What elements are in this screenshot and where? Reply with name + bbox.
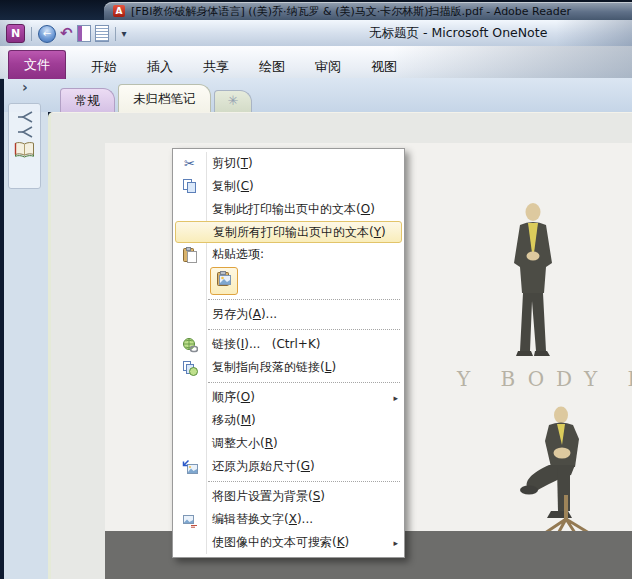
- navigation-sidebar: [4, 112, 48, 579]
- nav-arrow-icon[interactable]: [17, 111, 33, 123]
- menu-item-copy-text-from-all-printout-pages[interactable]: 复制所有打印输出页中的文本(Y): [175, 221, 402, 243]
- notebook-icon[interactable]: [13, 141, 36, 159]
- menu-item-label: 编辑替换文字(X)...: [206, 511, 313, 528]
- copy-link-icon: [173, 360, 206, 376]
- menu-item-label: 链接(I)... (Ctrl+K): [206, 336, 320, 353]
- menu-item-order[interactable]: 顺序(O)▸: [173, 386, 404, 409]
- menu-item-label: 还原为原始尺寸(G): [206, 458, 315, 475]
- menu-separator: [208, 481, 400, 482]
- adobe-reader-icon: A: [113, 5, 125, 17]
- dock-to-desktop-button[interactable]: [95, 25, 109, 42]
- menu-item-restore-original-size[interactable]: 还原为原始尺寸(G): [173, 455, 404, 478]
- ribbon-tab-home[interactable]: 开始: [76, 55, 132, 79]
- quick-access-toolbar: N ← ↶ ▾: [6, 24, 127, 43]
- menu-item-label: 另存为(A)...: [206, 306, 277, 323]
- menu-item-paste-options: 粘贴选项:: [173, 243, 404, 266]
- menu-item-copy-text-from-this-printout-page[interactable]: 复制此打印输出页中的文本(O): [173, 198, 404, 221]
- copy-icon: [173, 179, 206, 194]
- ribbon-tab-review[interactable]: 审阅: [300, 55, 356, 79]
- context-menu: ✂剪切(T)复制(C)复制此打印输出页中的文本(O)复制所有打印输出页中的文本(…: [172, 148, 405, 558]
- menu-separator: [208, 299, 400, 300]
- menu-item-move[interactable]: 移动(M): [173, 409, 404, 432]
- menu-item-set-picture-as-background[interactable]: 将图片设置为背景(S): [173, 485, 404, 508]
- full-page-view-button[interactable]: [77, 25, 91, 42]
- menu-item-label: 粘贴选项:: [206, 246, 264, 263]
- onenote-logo-icon[interactable]: N: [6, 24, 25, 43]
- section-tab-new-section[interactable]: ✳: [214, 90, 253, 112]
- ribbon-tab-bar: 文件 开始插入共享绘图审阅视图: [0, 46, 632, 79]
- ribbon-tab-draw[interactable]: 绘图: [244, 55, 300, 79]
- nav-arrow-icon[interactable]: [17, 126, 33, 138]
- menu-item-label: 复制指向段落的链接(L): [206, 359, 336, 376]
- link-icon: [173, 337, 206, 353]
- alt-text-icon: [173, 512, 206, 528]
- back-icon: ←: [43, 29, 51, 39]
- ribbon-tab-share[interactable]: 共享: [188, 55, 244, 79]
- qat-divider: [115, 27, 116, 41]
- scissors-icon: ✂: [173, 157, 206, 170]
- qat-divider: [31, 27, 32, 41]
- menu-item-paste-as-picture[interactable]: [210, 267, 238, 295]
- restore-size-icon: [173, 459, 206, 475]
- menu-item-copy-link-to-paragraph[interactable]: 复制指向段落的链接(L): [173, 356, 404, 379]
- menu-item-link[interactable]: 链接(I)... (Ctrl+K): [173, 333, 404, 356]
- menu-item-label: 使图像中的文本可搜索(K): [206, 534, 349, 551]
- menu-item-resize[interactable]: 调整大小(R): [173, 432, 404, 455]
- paste-icon: [173, 247, 206, 263]
- window-title: 无标题页 - Microsoft OneNote: [369, 25, 547, 42]
- submenu-arrow-icon: ▸: [393, 538, 398, 548]
- back-button[interactable]: ←: [38, 25, 56, 43]
- menu-item-label: 复制此打印输出页中的文本(O): [206, 201, 375, 218]
- onenote-titlebar: N ← ↶ ▾ 无标题页 - Microsoft OneNote: [0, 20, 632, 47]
- menu-separator: [208, 382, 400, 383]
- ribbon-tab-view[interactable]: 视图: [356, 55, 412, 79]
- background-window-titlebar: A [FBI教你破解身体语言] ((美)乔·纳瓦罗 & (美)马文·卡尔林斯)扫…: [0, 0, 632, 20]
- cover-caption: Y BODY IS: [457, 367, 632, 391]
- menu-item-label: 将图片设置为背景(S): [206, 488, 325, 505]
- menu-item-label: 剪切(T): [206, 155, 253, 172]
- notebook-panel: [8, 103, 41, 189]
- menu-item-cut[interactable]: ✂剪切(T): [173, 152, 404, 175]
- background-window-title: [FBI教你破解身体语言] ((美)乔·纳瓦罗 & (美)马文·卡尔林斯)扫描版…: [131, 4, 571, 19]
- paste-options-row: [173, 266, 404, 296]
- customize-qat-dropdown[interactable]: ▾: [122, 29, 127, 39]
- menu-item-label: 顺序(O): [206, 389, 255, 406]
- paste-picture-icon: [216, 271, 232, 291]
- new-section-icon: ✳: [228, 93, 239, 108]
- ribbon-tabs: 开始插入共享绘图审阅视图: [76, 55, 412, 79]
- section-tab-general[interactable]: 常规: [60, 88, 115, 112]
- menu-separator: [208, 329, 400, 330]
- expand-navigation-chevron-icon[interactable]: ›: [22, 80, 28, 94]
- menu-item-copy[interactable]: 复制(C): [173, 175, 404, 198]
- menu-item-label: 调整大小(R): [206, 435, 278, 452]
- menu-item-label: 复制所有打印输出页中的文本(Y): [207, 224, 386, 241]
- menu-item-edit-alt-text[interactable]: 编辑替换文字(X)...: [173, 508, 404, 531]
- menu-item-label: 复制(C): [206, 178, 254, 195]
- section-tab-unfiled-notes[interactable]: 未归档笔记: [118, 84, 211, 112]
- screen: A [FBI教你破解身体语言] ((美)乔·纳瓦罗 & (美)马文·卡尔林斯)扫…: [0, 0, 632, 579]
- menu-item-label: 移动(M): [206, 412, 256, 429]
- undo-button[interactable]: ↶: [60, 26, 73, 41]
- section-tab-bar: › 常规未归档笔记✳: [4, 78, 632, 112]
- ribbon-tab-file[interactable]: 文件: [8, 50, 66, 79]
- ribbon-tab-insert[interactable]: 插入: [132, 55, 188, 79]
- standing-man-photo: [500, 201, 566, 363]
- background-window-tab[interactable]: A [FBI教你破解身体语言] ((美)乔·纳瓦罗 & (美)马文·卡尔林斯)扫…: [104, 2, 632, 20]
- menu-item-make-text-in-image-searchable[interactable]: 使图像中的文本可搜索(K)▸: [173, 531, 404, 554]
- section-tabs: 常规未归档笔记✳: [60, 84, 252, 112]
- submenu-arrow-icon: ▸: [393, 393, 398, 403]
- menu-item-save-as[interactable]: 另存为(A)...: [173, 303, 404, 326]
